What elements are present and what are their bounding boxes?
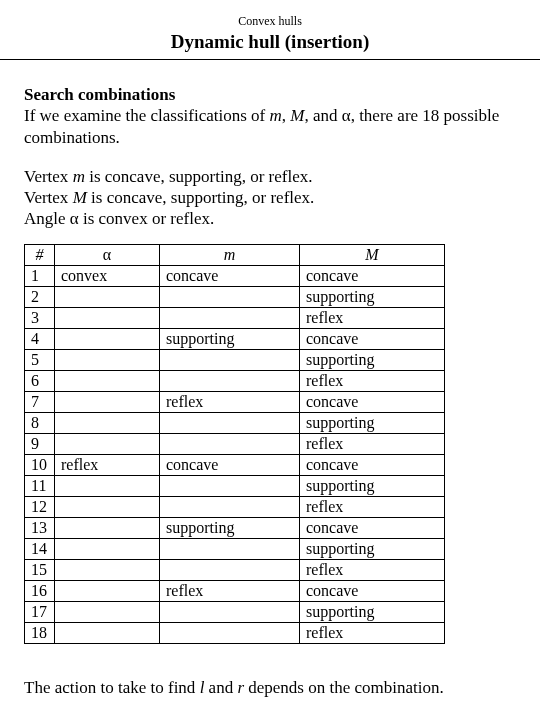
- text: The action to take to find: [24, 678, 200, 697]
- cell-number: 15: [25, 559, 55, 580]
- cell-number: 7: [25, 391, 55, 412]
- cell-alpha: [55, 391, 160, 412]
- cell-big-m: reflex: [300, 622, 445, 643]
- cell-alpha: [55, 475, 160, 496]
- cell-m: [160, 349, 300, 370]
- var-big-m: M: [73, 188, 87, 207]
- cell-m: [160, 433, 300, 454]
- var-alpha: α: [342, 106, 351, 125]
- cell-alpha: [55, 370, 160, 391]
- cell-number: 9: [25, 433, 55, 454]
- col-head-m: m: [160, 244, 300, 265]
- cell-number: 4: [25, 328, 55, 349]
- table-row: 3reflex: [25, 307, 445, 328]
- cell-big-m: concave: [300, 328, 445, 349]
- cell-number: 3: [25, 307, 55, 328]
- slide-page: Convex hulls Dynamic hull (insertion) Se…: [0, 0, 540, 720]
- text: is concave, supporting, or reflex.: [87, 188, 315, 207]
- cell-number: 10: [25, 454, 55, 475]
- table-body: 1convexconcaveconcave2supporting3reflex4…: [25, 265, 445, 643]
- text: Vertex: [24, 167, 73, 186]
- cell-number: 14: [25, 538, 55, 559]
- cell-big-m: concave: [300, 580, 445, 601]
- text: depends on the combination.: [244, 678, 444, 697]
- cell-number: 8: [25, 412, 55, 433]
- cell-big-m: concave: [300, 517, 445, 538]
- text: , and: [304, 106, 341, 125]
- cell-alpha: reflex: [55, 454, 160, 475]
- cell-alpha: [55, 496, 160, 517]
- cell-alpha: [55, 433, 160, 454]
- page-title: Dynamic hull (insertion): [18, 31, 522, 53]
- cell-m: concave: [160, 454, 300, 475]
- paragraph-1: If we examine the classifications of m, …: [24, 105, 522, 148]
- cell-alpha: [55, 517, 160, 538]
- table-row: 11supporting: [25, 475, 445, 496]
- cell-number: 1: [25, 265, 55, 286]
- cell-alpha: [55, 559, 160, 580]
- cell-number: 5: [25, 349, 55, 370]
- cell-number: 11: [25, 475, 55, 496]
- body-text: Search combinations If we examine the cl…: [24, 84, 522, 230]
- table-row: 7reflexconcave: [25, 391, 445, 412]
- table-row: 2supporting: [25, 286, 445, 307]
- cell-number: 12: [25, 496, 55, 517]
- paragraph-2: Vertex m is concave, supporting, or refl…: [24, 166, 522, 230]
- cell-m: [160, 622, 300, 643]
- table-row: 18reflex: [25, 622, 445, 643]
- table-header-row: # α m M: [25, 244, 445, 265]
- cell-big-m: concave: [300, 391, 445, 412]
- table-row: 5supporting: [25, 349, 445, 370]
- cell-big-m: reflex: [300, 559, 445, 580]
- cell-big-m: supporting: [300, 601, 445, 622]
- cell-big-m: concave: [300, 454, 445, 475]
- table-row: 6reflex: [25, 370, 445, 391]
- text: Angle: [24, 209, 70, 228]
- cell-alpha: [55, 538, 160, 559]
- cell-m: [160, 286, 300, 307]
- text: is concave, supporting, or reflex.: [85, 167, 313, 186]
- var-alpha: α: [70, 209, 79, 228]
- topic-label: Convex hulls: [18, 14, 522, 29]
- col-head-alpha: α: [55, 244, 160, 265]
- cell-m: [160, 370, 300, 391]
- cell-big-m: supporting: [300, 349, 445, 370]
- table-row: 17supporting: [25, 601, 445, 622]
- cell-number: 17: [25, 601, 55, 622]
- cell-m: supporting: [160, 328, 300, 349]
- cell-big-m: supporting: [300, 538, 445, 559]
- cell-alpha: convex: [55, 265, 160, 286]
- var-m: m: [73, 167, 85, 186]
- text: and: [204, 678, 237, 697]
- cell-m: concave: [160, 265, 300, 286]
- cell-m: [160, 559, 300, 580]
- var-m: m: [269, 106, 281, 125]
- table-row: 12reflex: [25, 496, 445, 517]
- cell-m: [160, 496, 300, 517]
- text: ,: [282, 106, 291, 125]
- combinations-table: # α m M 1convexconcaveconcave2supporting…: [24, 244, 445, 644]
- col-head-big-m: M: [300, 244, 445, 265]
- text: If we examine the classifications of: [24, 106, 269, 125]
- cell-alpha: [55, 412, 160, 433]
- cell-m: reflex: [160, 580, 300, 601]
- cell-number: 18: [25, 622, 55, 643]
- text: is convex or reflex.: [79, 209, 214, 228]
- cell-big-m: supporting: [300, 475, 445, 496]
- cell-alpha: [55, 286, 160, 307]
- table-row: 16reflexconcave: [25, 580, 445, 601]
- cell-big-m: reflex: [300, 370, 445, 391]
- cell-number: 16: [25, 580, 55, 601]
- cell-alpha: [55, 622, 160, 643]
- cell-big-m: reflex: [300, 496, 445, 517]
- cell-big-m: reflex: [300, 307, 445, 328]
- table-row: 14supporting: [25, 538, 445, 559]
- cell-big-m: supporting: [300, 286, 445, 307]
- cell-m: [160, 307, 300, 328]
- cell-big-m: concave: [300, 265, 445, 286]
- cell-alpha: [55, 307, 160, 328]
- cell-number: 2: [25, 286, 55, 307]
- table-row: 9reflex: [25, 433, 445, 454]
- cell-alpha: [55, 601, 160, 622]
- table-row: 8supporting: [25, 412, 445, 433]
